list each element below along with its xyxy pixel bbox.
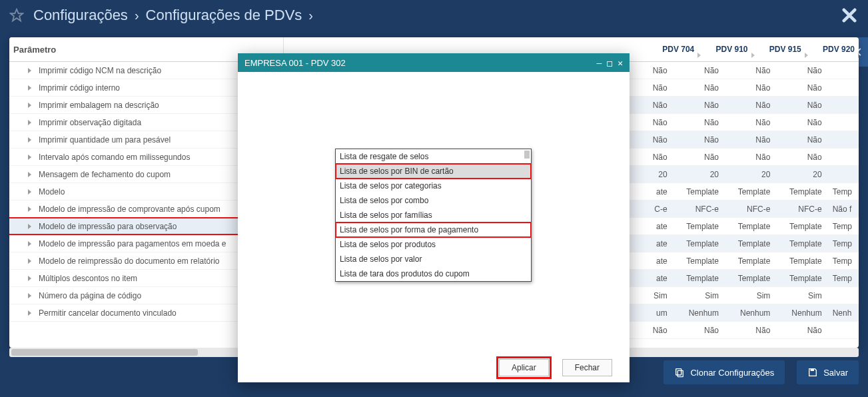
table-cell: Template [725,187,777,197]
table-cell: C-e [645,204,674,214]
clone-config-label: Clonar Configurações [690,368,774,378]
pdv-column-header[interactable]: PDV 910 [698,45,751,54]
pdv-column-header[interactable]: PDV 920 [805,45,859,54]
expander-icon[interactable] [28,258,31,264]
dropdown-option[interactable]: Lista de selos por famílias [336,208,531,222]
expander-icon[interactable] [28,276,31,281]
table-cell: Não [674,83,725,93]
table-cell: Temp [829,222,859,231]
chevron-right-icon: › [135,8,139,23]
table-cell: NFC-e [725,204,777,214]
expander-icon[interactable] [28,120,31,125]
table-cell: ate [645,187,674,197]
table-cell: Não [725,83,777,93]
table-cell: Template [674,187,725,197]
table-cell: ate [645,274,674,283]
chevron-right-icon: › [308,8,313,23]
table-cell: Temp [829,239,859,248]
table-cell: Template [725,274,777,283]
breadcrumb-level-1[interactable]: Configurações [33,7,128,24]
table-cell: Sim [674,291,725,300]
clone-config-button[interactable]: Clonar Configurações [663,360,785,384]
table-cell: Template [674,222,725,231]
expander-icon[interactable] [28,85,31,91]
pdv-config-modal: EMPRESA 001 - PDV 302 — □ ✕ Lista de res… [238,53,630,382]
table-cell: Não [777,326,828,335]
table-cell: Template [777,239,828,248]
modal-title: EMPRESA 001 - PDV 302 [244,58,346,68]
svg-rect-1 [676,369,681,375]
table-cell: Temp [829,256,859,266]
favorite-star-icon[interactable] [9,8,24,23]
table-cell: Não [777,66,828,75]
dropdown-option[interactable]: Lista de selos por categorias [336,179,531,193]
table-cell: Template [674,256,725,266]
template-dropdown-list[interactable]: Lista de resgate de selosLista de selos … [335,149,532,282]
svg-marker-0 [11,9,23,21]
table-cell: NFC-e [674,204,725,214]
dropdown-option[interactable]: Lista de selos por combo [336,193,531,208]
table-cell: Não [674,66,725,75]
table-cell: Não [725,101,777,110]
table-cell: Não [777,135,828,145]
expander-icon[interactable] [28,68,31,73]
table-cell: Temp [829,187,859,197]
table-cell: Não [725,66,777,75]
expander-icon[interactable] [28,172,31,177]
svg-rect-2 [678,370,683,376]
table-cell: Template [725,256,777,266]
expander-icon[interactable] [28,189,31,195]
table-cell: 20 [777,170,828,179]
table-cell: Não [674,135,725,145]
expander-icon[interactable] [28,224,31,229]
apply-button[interactable]: Aplicar [499,359,549,376]
table-cell: Template [725,239,777,248]
table-cell: 20 [725,170,777,179]
table-cell: Não [645,153,674,162]
close-button[interactable]: Fechar [562,359,612,376]
dropdown-option[interactable]: Lista de tara dos produtos do cupom [336,266,531,281]
table-cell: um [645,308,674,318]
table-cell: Não [645,135,674,145]
table-cell: Temp [829,274,859,283]
table-cell: Sim [645,291,674,300]
expander-icon[interactable] [28,241,31,246]
table-cell: Não [777,101,828,110]
dropdown-option[interactable]: Lista de selos por BIN de cartão [336,164,531,179]
dropdown-option[interactable]: Lista de selos por forma de pagamento [336,222,531,237]
expander-icon[interactable] [28,137,31,143]
table-cell: ate [645,239,674,248]
table-cell: Não [645,326,674,335]
table-cell: Não [674,153,725,162]
save-button[interactable]: Salvar [797,360,859,384]
table-cell: Não [777,153,828,162]
table-cell: Sim [777,291,828,300]
table-cell: Não [645,101,674,110]
close-modal-icon[interactable]: ✕ [618,59,623,67]
expander-icon[interactable] [28,103,31,108]
expander-icon[interactable] [28,310,31,316]
table-cell: Template [674,274,725,283]
pdv-column-header[interactable]: PDV 915 [752,45,805,54]
table-cell: Não [645,118,674,127]
save-label: Salvar [823,368,848,378]
expander-icon[interactable] [28,206,31,212]
table-cell: Não [725,118,777,127]
table-cell: NFC-e [777,204,828,214]
dropdown-option[interactable]: Lista de selos por produtos [336,237,531,252]
dropdown-option[interactable]: Lista de resgate de selos [336,149,531,164]
table-cell: Nenhum [725,308,777,318]
table-cell: Não [674,326,725,335]
dropdown-option[interactable]: Lista de selos por valor [336,252,531,266]
table-cell: Não [725,153,777,162]
minimize-icon[interactable]: — [597,59,602,67]
close-icon[interactable] [840,6,859,25]
expander-icon[interactable] [28,293,31,298]
table-cell: Template [777,222,828,231]
table-cell: Template [725,222,777,231]
breadcrumb-level-2[interactable]: Configurações de PDVs [146,7,302,24]
table-cell: Template [777,187,828,197]
expander-icon[interactable] [28,155,31,160]
pdv-column-header[interactable]: PDV 704 [645,45,698,54]
maximize-icon[interactable]: □ [607,59,612,67]
